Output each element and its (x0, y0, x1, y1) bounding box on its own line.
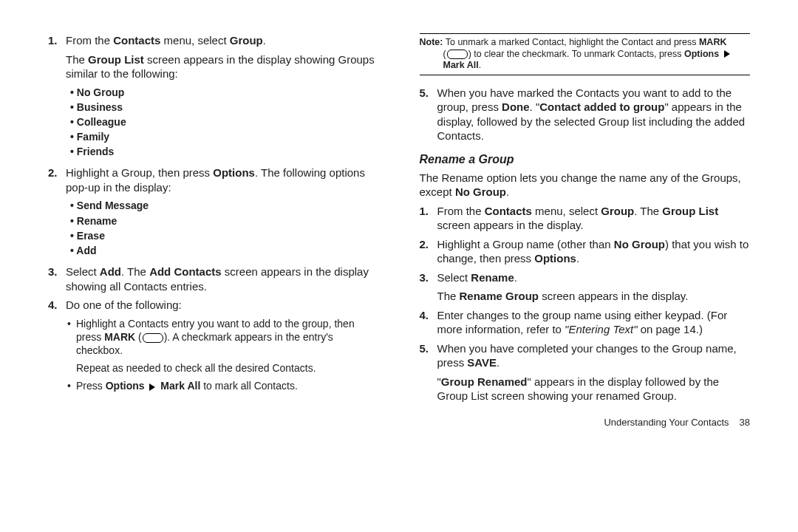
bold: Contacts (485, 205, 532, 217)
group-item: Family (70, 130, 379, 143)
intro-text: The Rename option lets you change the na… (420, 171, 751, 200)
text: Select (437, 271, 471, 284)
bold: Done (502, 100, 530, 113)
page-number: 38 (740, 417, 750, 428)
text: Select (66, 265, 100, 278)
bold: Group (601, 205, 634, 217)
group-item: Colleague (70, 115, 379, 129)
bold: MARK (699, 37, 727, 47)
text: menu, select (160, 34, 229, 47)
text: . The (634, 205, 662, 217)
bold: Options (534, 252, 576, 265)
bold: Rename Group (460, 290, 539, 302)
bold: Contact added to group (539, 100, 664, 113)
sub-bullet: • Press Options Mark All to mark all Con… (67, 379, 379, 392)
bold: Group Renamed (441, 375, 528, 388)
bold: Contacts (113, 34, 160, 47)
text: to mark all Contacts. (200, 380, 298, 392)
bold: SAVE (467, 356, 497, 369)
text: . (497, 356, 499, 369)
arrow-right-icon (149, 383, 155, 391)
text: ) to clear the checkmark. To unmark Cont… (468, 49, 684, 59)
text: Press (76, 380, 106, 392)
text: . (506, 185, 509, 198)
page-columns: 1. From the Contacts menu, select Group.… (48, 33, 750, 429)
rename-step-2: 2. Highlight a Group name (other than No… (420, 237, 751, 266)
oval-key-icon (143, 333, 163, 343)
bold: Options (684, 49, 719, 59)
text: Do one of the following: (66, 298, 379, 313)
option-item: Erase (70, 229, 379, 242)
rename-step-3: 3. Select Rename. The Rename Group scree… (420, 270, 751, 304)
text: From the (66, 34, 113, 47)
text: . " (530, 100, 540, 113)
option-item: Add (70, 244, 379, 257)
note-box: Note: To unmark a marked Contact, highli… (420, 33, 751, 75)
text: ( (135, 331, 142, 343)
bold: Mark All (160, 380, 200, 392)
note-label: Note: (420, 37, 443, 47)
group-item: No Group (70, 86, 379, 99)
text: The (66, 53, 88, 66)
italic: "Entering Text" (565, 323, 637, 335)
step-3: 3. Select Add. The Add Contacts screen a… (48, 265, 379, 293)
bold: Add Contacts (149, 265, 222, 278)
step-5: 5. When you have marked the Contacts you… (420, 86, 751, 143)
oval-key-icon (447, 50, 468, 59)
bold: Mark All (443, 60, 479, 70)
arrow-right-icon (724, 50, 730, 58)
bold: Rename (471, 271, 514, 284)
bold: Group List (88, 53, 144, 66)
text: From the (437, 205, 485, 217)
bold: Add (100, 265, 121, 278)
step-1: 1. From the Contacts menu, select Group.… (48, 33, 379, 161)
sub-bullet: • Highlight a Contacts entry you want to… (67, 317, 379, 375)
text: screen appears in the display. (539, 290, 688, 302)
option-item: Send Message (70, 199, 379, 212)
bold: Options (213, 166, 255, 179)
text: on page 14.) (638, 323, 703, 335)
right-column: Note: To unmark a marked Contact, highli… (420, 33, 751, 429)
text: . (576, 252, 579, 265)
text (719, 49, 721, 59)
step-2: 2. Highlight a Group, then press Options… (48, 166, 379, 260)
bold: Group (230, 34, 263, 47)
text: screen appears in the display. (437, 219, 584, 231)
step-4: 4. Do one of the following: • Highlight … (48, 298, 379, 397)
text: . (514, 271, 517, 284)
rename-step-1: 1. From the Contacts menu, select Group.… (420, 204, 751, 233)
bold: No Group (455, 185, 506, 198)
text: . The (121, 265, 149, 278)
text: ( (443, 49, 446, 59)
page-footer: Understanding Your Contacts38 (420, 417, 751, 429)
left-column: 1. From the Contacts menu, select Group.… (48, 33, 379, 429)
text (145, 380, 148, 392)
text: Highlight a Group, then press (66, 166, 213, 179)
text: The (437, 290, 460, 302)
rename-step-4: 4. Enter changes to the group name using… (420, 308, 751, 337)
footer-section: Understanding Your Contacts (604, 417, 729, 428)
section-heading: Rename a Group (420, 152, 751, 168)
text: To unmark a marked Contact, highlight th… (443, 37, 698, 47)
group-item: Friends (70, 145, 379, 158)
bold: Group List (662, 205, 718, 217)
text: Highlight a Group name (other than (437, 238, 614, 250)
bold: Options (106, 380, 145, 392)
bold: MARK (104, 331, 135, 343)
text: . (479, 60, 481, 70)
text: . (263, 34, 266, 47)
group-item: Business (70, 100, 379, 114)
rename-step-5: 5. When you have completed your changes … (420, 341, 751, 403)
text: menu, select (532, 205, 601, 217)
option-item: Rename (70, 214, 379, 228)
bold: No Group (614, 238, 665, 250)
text: Repeat as needed to check all the desire… (76, 361, 379, 375)
